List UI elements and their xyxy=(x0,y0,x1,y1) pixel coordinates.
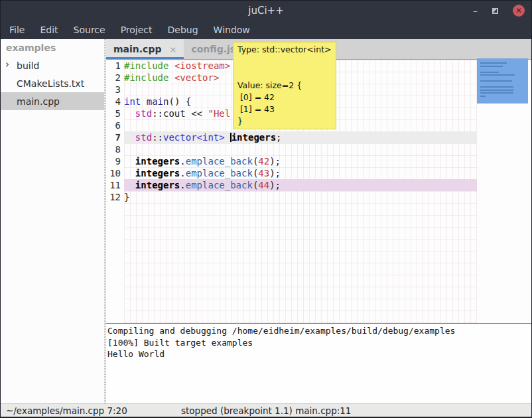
tooltip-line xyxy=(237,56,332,68)
tooltip-line: [0] = 42 xyxy=(237,92,332,104)
line-number: 4 xyxy=(106,96,124,107)
line-number: 8 xyxy=(106,143,124,155)
main-body: examples ›buildCMakeLists.txtmain.cpp ma… xyxy=(1,39,531,403)
file-tree-panel: examples ›buildCMakeLists.txtmain.cpp xyxy=(1,39,104,403)
line-number: 12 xyxy=(106,191,124,203)
minimap-code-line xyxy=(480,74,515,76)
line-number: 11 xyxy=(106,179,124,191)
code-line[interactable]: integers.emplace_back(42); xyxy=(124,155,477,167)
minimap[interactable] xyxy=(477,60,531,323)
code-line[interactable]: integers.emplace_back(44); xyxy=(124,179,477,191)
tree-item-cmakelists-txt[interactable]: CMakeLists.txt xyxy=(1,74,104,92)
debug-value-tooltip: Type: std::vector<int> Value: size=2 { [… xyxy=(233,42,336,129)
titlebar[interactable]: juCi++ – ✕ xyxy=(1,1,531,21)
minimap-code-line xyxy=(480,80,512,82)
minimap-code-line xyxy=(480,92,513,94)
tree-item-label: main.cpp xyxy=(17,96,60,107)
tooltip-line xyxy=(237,68,332,80)
code-line[interactable]: std::vector<int> integers; xyxy=(124,131,477,143)
tab-close-icon[interactable]: × xyxy=(169,44,176,54)
tab-label: main.cpp xyxy=(113,44,161,54)
menubar: FileEditSourceProjectDebugWindow xyxy=(1,21,531,39)
menu-item-file[interactable]: File xyxy=(7,23,27,36)
line-number: 5 xyxy=(106,107,124,119)
code-line[interactable]: } xyxy=(124,191,477,203)
editor-pane: main.cpp×config.json 123456789101112 #in… xyxy=(106,39,531,403)
line-number: 3 xyxy=(106,84,124,96)
app-window: juCi++ – ✕ FileEditSourceProjectDebugWin… xyxy=(0,0,532,418)
terminal-line: Hello World xyxy=(107,348,531,360)
restore-button[interactable] xyxy=(492,8,498,14)
status-debug-state: stopped (breakpoint 1.1) main.cpp:11 xyxy=(181,405,351,416)
minimap-code-line xyxy=(480,96,486,97)
minimap-code-line xyxy=(480,72,499,73)
file-tree: ›buildCMakeLists.txtmain.cpp xyxy=(1,56,104,110)
tree-item-label: CMakeLists.txt xyxy=(17,78,84,89)
close-button[interactable]: ✕ xyxy=(513,5,525,17)
minimize-button[interactable]: – xyxy=(473,7,478,14)
chevron-right-icon[interactable]: › xyxy=(5,58,9,70)
terminal-line: Compiling and debugging /home/eidheim/ex… xyxy=(107,325,531,337)
minimap-code-line xyxy=(480,90,513,91)
line-number-gutter: 123456789101112 xyxy=(106,60,124,323)
menu-item-source[interactable]: Source xyxy=(72,23,107,36)
line-number: 7 xyxy=(106,131,124,143)
tooltip-line: [1] = 43 xyxy=(237,104,332,115)
window-controls: – ✕ xyxy=(473,1,525,21)
directory-header: examples xyxy=(1,39,104,56)
menu-item-project[interactable]: Project xyxy=(119,23,155,36)
window-title: juCi++ xyxy=(248,5,283,17)
minimap-code-line xyxy=(480,66,503,67)
line-number: 10 xyxy=(106,167,124,179)
line-number: 2 xyxy=(106,72,124,84)
statusbar: ~/examples/main.cpp 7:20 stopped (breakp… xyxy=(1,403,531,417)
code-line[interactable]: integers.emplace_back(43); xyxy=(124,167,477,179)
line-number: 6 xyxy=(106,119,124,131)
minimap-code-line xyxy=(480,86,513,88)
status-file-position: ~/examples/main.cpp 7:20 xyxy=(6,405,127,416)
terminal-line: [100%] Built target examples xyxy=(107,337,531,349)
tree-item-label: build xyxy=(17,60,39,71)
tree-item-build[interactable]: ›build xyxy=(1,56,104,74)
code-line[interactable] xyxy=(124,143,477,155)
menu-item-debug[interactable]: Debug xyxy=(166,23,200,36)
close-icon: ✕ xyxy=(515,7,522,15)
menu-item-window[interactable]: Window xyxy=(212,23,252,36)
line-number: 1 xyxy=(106,60,124,72)
minimap-code-line xyxy=(480,62,507,64)
terminal-output[interactable]: Compiling and debugging /home/eidheim/ex… xyxy=(106,323,531,403)
tree-item-main-cpp[interactable]: main.cpp xyxy=(1,92,104,110)
minimap-viewport[interactable] xyxy=(477,58,528,104)
line-number: 9 xyxy=(106,155,124,167)
menu-item-edit[interactable]: Edit xyxy=(38,23,60,36)
tooltip-line: Value: size=2 { xyxy=(237,80,332,92)
tab-main-cpp[interactable]: main.cpp× xyxy=(106,39,184,59)
tooltip-line: } xyxy=(237,115,332,127)
tooltip-line: Type: std::vector<int> xyxy=(237,44,332,56)
